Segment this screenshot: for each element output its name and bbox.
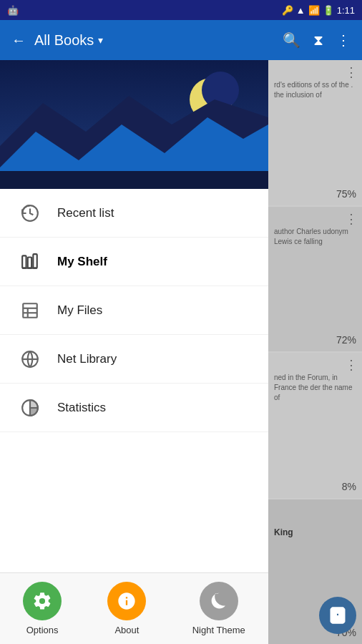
night-scene <box>0 60 268 189</box>
book-text-1: rd's editions of ss of the . the inclusi… <box>274 80 356 100</box>
recent-list-label: Recent list <box>57 206 114 220</box>
book-menu-1[interactable]: ⋮ <box>345 66 358 79</box>
sidebar-item-recent-list[interactable]: Recent list <box>0 189 268 238</box>
statistics-label: Statistics <box>57 401 106 415</box>
toolbar: ← All Books ▾ 🔍 ⧗ ⋮ <box>0 20 362 60</box>
svg-rect-8 <box>28 257 31 268</box>
svg-rect-11 <box>23 303 37 318</box>
signal-icon: 📶 <box>308 5 320 16</box>
history-icon <box>17 204 43 223</box>
status-bar-right: 🔑 ▲ 📶 🔋 1:11 <box>282 5 355 16</box>
drawer-menu: Recent list My Shelf <box>0 189 268 572</box>
sidebar-item-my-files[interactable]: My Files <box>0 286 268 335</box>
about-label: About <box>114 625 139 635</box>
options-label: Options <box>26 625 59 635</box>
battery-icon: 🔋 <box>323 5 334 16</box>
my-shelf-label: My Shelf <box>57 255 107 269</box>
sidebar-item-net-library[interactable]: Net Library <box>0 335 268 384</box>
files-icon <box>17 301 43 320</box>
book-text-3: ned in the Forum, in France the der the … <box>274 373 356 403</box>
book-text-2: author Charles udonym Lewis ce falling <box>274 227 356 247</box>
book-percent-3: 8% <box>342 481 356 492</box>
svg-rect-9 <box>33 254 36 268</box>
main-area: Recent list My Shelf <box>0 60 362 644</box>
status-bar: 🤖 🔑 ▲ 📶 🔋 1:11 <box>0 0 362 20</box>
search-icon[interactable]: 🔍 <box>283 31 300 49</box>
about-button[interactable]: About <box>107 582 146 635</box>
android-icon: 🤖 <box>7 5 19 16</box>
toolbar-title: All Books ▾ <box>34 32 274 49</box>
sidebar-item-my-shelf[interactable]: My Shelf <box>0 238 268 286</box>
svg-rect-18 <box>333 613 337 618</box>
time-display: 1:11 <box>337 5 355 16</box>
status-bar-left: 🤖 <box>7 5 19 16</box>
options-button[interactable]: Options <box>23 582 62 635</box>
book-card-3: ⋮ ned in the Forum, in France the der th… <box>268 353 362 498</box>
book-card-2: ⋮ author Charles udonym Lewis ce falling… <box>268 207 362 352</box>
chart-icon <box>17 399 43 417</box>
book-card-1: ⋮ rd's editions of ss of the . the inclu… <box>268 60 362 205</box>
svg-rect-5 <box>0 171 268 189</box>
fab-button[interactable] <box>319 597 356 634</box>
night-theme-label: Night Theme <box>192 625 245 635</box>
book-menu-3[interactable]: ⋮ <box>345 358 358 371</box>
book-percent-2: 72% <box>336 334 356 346</box>
toolbar-actions: 🔍 ⧗ ⋮ <box>283 31 351 49</box>
dropdown-icon[interactable]: ▾ <box>98 34 103 46</box>
my-files-label: My Files <box>57 303 102 318</box>
right-panel-overlay: ⋮ rd's editions of ss of the . the inclu… <box>268 60 362 644</box>
wifi-icon: ▲ <box>296 5 305 16</box>
filter-icon[interactable]: ⧗ <box>313 32 323 49</box>
book-list-panel: ⋮ rd's editions of ss of the . the inclu… <box>268 60 362 644</box>
about-icon-circle <box>107 582 146 620</box>
night-theme-icon-circle <box>200 582 238 620</box>
options-icon-circle <box>23 582 62 620</box>
globe-icon <box>17 350 43 369</box>
drawer-bottom: Options About Night Theme <box>0 572 268 644</box>
drawer: Recent list My Shelf <box>0 60 268 644</box>
shelf-icon <box>17 253 43 271</box>
drawer-header <box>0 60 268 189</box>
book-menu-2[interactable]: ⋮ <box>345 213 358 225</box>
back-button[interactable]: ← <box>11 32 26 49</box>
svg-rect-7 <box>22 255 26 268</box>
svg-rect-19 <box>338 613 342 618</box>
key-icon: 🔑 <box>282 5 293 16</box>
book-percent-1: 75% <box>336 188 356 200</box>
net-library-label: Net Library <box>57 352 117 366</box>
book-text-4: King <box>274 527 356 539</box>
more-icon[interactable]: ⋮ <box>336 31 351 49</box>
night-theme-button[interactable]: Night Theme <box>192 582 245 635</box>
sidebar-item-statistics[interactable]: Statistics <box>0 384 268 432</box>
